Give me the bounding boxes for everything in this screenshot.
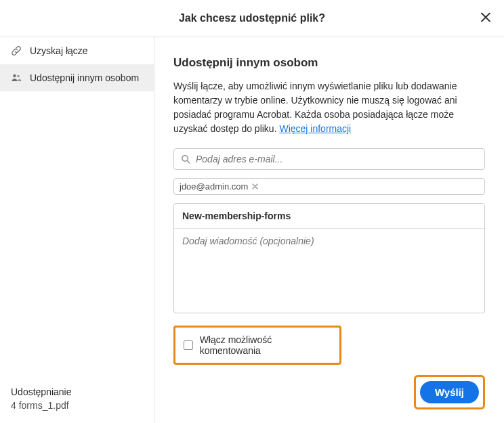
search-icon (181, 154, 190, 164)
email-input-wrapper[interactable] (173, 148, 485, 170)
more-info-link[interactable]: Więcej informacji (279, 123, 351, 134)
email-input[interactable] (196, 154, 478, 164)
recipient-email: jdoe@admin.com (180, 181, 248, 192)
share-status-label: Udostępnianie (11, 386, 143, 397)
panel-heading: Udostępnij innym osobom (173, 56, 485, 70)
sidebar-item-label: Udostępnij innym osobom (30, 72, 139, 83)
svg-point-0 (13, 74, 16, 77)
send-row: Wyślij (173, 368, 485, 409)
close-icon[interactable] (481, 12, 490, 26)
sidebar-item-share-others[interactable]: Udostępnij innym osobom (0, 64, 154, 91)
send-highlight: Wyślij (414, 375, 485, 409)
link-icon (11, 45, 22, 56)
main-panel: Udostępnij innym osobom Wyślij łącze, ab… (154, 37, 504, 423)
subject-input[interactable] (174, 204, 484, 229)
svg-point-1 (17, 75, 20, 78)
sidebar: Uzyskaj łącze Udostępnij innym osobom Ud… (0, 37, 154, 423)
send-button[interactable]: Wyślij (420, 381, 479, 403)
people-icon (11, 72, 22, 83)
sidebar-item-get-link[interactable]: Uzyskaj łącze (0, 37, 154, 64)
recipient-chip[interactable]: jdoe@admin.com (173, 178, 485, 195)
allow-comments-checkbox[interactable] (184, 340, 193, 350)
dialog-title: Jak chcesz udostępnić plik? (179, 12, 325, 24)
sidebar-footer: Udostępnianie 4 forms_1.pdf (0, 377, 154, 423)
panel-description: Wyślij łącze, aby umożliwić innym wyświe… (173, 79, 485, 136)
allow-comments-label: Włącz możliwość komentowania (200, 334, 331, 356)
sidebar-item-label: Uzyskaj łącze (30, 45, 88, 56)
share-file-name: 4 forms_1.pdf (11, 400, 143, 411)
dialog-header: Jak chcesz udostępnić plik? (0, 0, 504, 37)
allow-comments-row[interactable]: Włącz możliwość komentowania (173, 326, 341, 365)
message-box (173, 203, 485, 313)
remove-chip-icon[interactable] (252, 181, 258, 192)
message-textarea[interactable] (174, 229, 484, 310)
